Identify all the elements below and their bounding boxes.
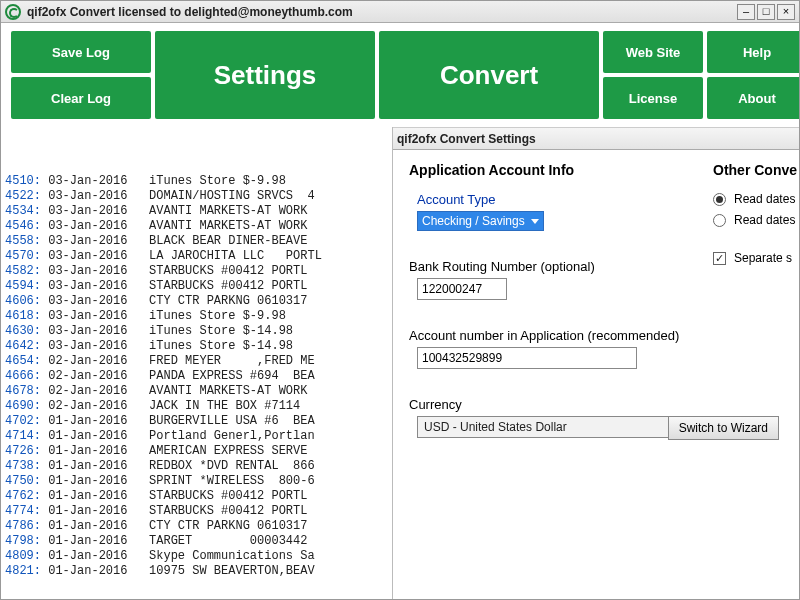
account-number-label: Account number in Application (recommend… (409, 328, 783, 343)
about-button[interactable]: About (707, 77, 800, 119)
log-line: 4546: 03-Jan-2016 AVANTI MARKETS-AT WORK (5, 219, 388, 234)
log-line: 4582: 03-Jan-2016 STARBUCKS #00412 PORTL (5, 264, 388, 279)
log-line: 4774: 01-Jan-2016 STARBUCKS #00412 PORTL (5, 504, 388, 519)
currency-label: Currency (409, 397, 783, 412)
log-line: 4750: 01-Jan-2016 SPRINT *WIRELESS 800-6 (5, 474, 388, 489)
log-line: 4798: 01-Jan-2016 TARGET 00003442 (5, 534, 388, 549)
license-button[interactable]: License (603, 77, 703, 119)
radio-icon (713, 214, 726, 227)
log-line: 4809: 01-Jan-2016 Skype Communications S… (5, 549, 388, 564)
log-line: 4762: 01-Jan-2016 STARBUCKS #00412 PORTL (5, 489, 388, 504)
close-button[interactable]: × (777, 4, 795, 20)
help-button[interactable]: Help (707, 31, 800, 73)
account-type-value: Checking / Savings (422, 214, 525, 228)
website-button[interactable]: Web Site (603, 31, 703, 73)
settings-button[interactable]: Settings (155, 31, 375, 119)
settings-panel-titlebar: qif2ofx Convert Settings (393, 128, 799, 150)
settings-panel: qif2ofx Convert Settings Application Acc… (393, 127, 799, 600)
checkbox-icon: ✓ (713, 252, 726, 265)
account-type-dropdown[interactable]: Checking / Savings (417, 211, 544, 231)
convert-button[interactable]: Convert (379, 31, 599, 119)
log-line: 4630: 03-Jan-2016 iTunes Store $-14.98 (5, 324, 388, 339)
switch-to-wizard-button[interactable]: Switch to Wizard (668, 416, 779, 440)
app-icon (5, 4, 21, 20)
window-title: qif2ofx Convert licensed to delighted@mo… (27, 5, 735, 19)
app-window: qif2ofx Convert licensed to delighted@mo… (0, 0, 800, 600)
other-column: Other Conve Read dates Read dates ✓ Sepa… (713, 162, 797, 272)
log-line: 4558: 03-Jan-2016 BLACK BEAR DINER-BEAVE (5, 234, 388, 249)
account-number-input[interactable] (417, 347, 637, 369)
titlebar: qif2ofx Convert licensed to delighted@mo… (1, 1, 799, 23)
log-line: 4726: 01-Jan-2016 AMERICAN EXPRESS SERVE (5, 444, 388, 459)
log-line: 4606: 03-Jan-2016 CTY CTR PARKNG 0610317 (5, 294, 388, 309)
toolbar: Save Log Clear Log Settings Convert Web … (1, 23, 799, 127)
log-line: 4702: 01-Jan-2016 BURGERVILLE USA #6 BEA (5, 414, 388, 429)
currency-value: USD - United States Dollar (418, 417, 698, 437)
log-line: 4666: 02-Jan-2016 PANDA EXPRESS #694 BEA (5, 369, 388, 384)
log-line: 4654: 02-Jan-2016 FRED MEYER ,FRED ME (5, 354, 388, 369)
chevron-down-icon (531, 219, 539, 224)
log-line: 4678: 02-Jan-2016 AVANTI MARKETS-AT WORK (5, 384, 388, 399)
other-heading: Other Conve (713, 162, 797, 178)
read-dates-radio-1[interactable]: Read dates (713, 192, 797, 206)
log-line: 4510: 03-Jan-2016 iTunes Store $-9.98 (5, 174, 388, 189)
log-line: 4522: 03-Jan-2016 DOMAIN/HOSTING SRVCS 4 (5, 189, 388, 204)
read-dates-radio-2[interactable]: Read dates (713, 213, 797, 227)
log-line: 4714: 01-Jan-2016 Portland Generl,Portla… (5, 429, 388, 444)
log-line: 4738: 01-Jan-2016 REDBOX *DVD RENTAL 866 (5, 459, 388, 474)
log-line: 4690: 02-Jan-2016 JACK IN THE BOX #7114 (5, 399, 388, 414)
routing-input[interactable] (417, 278, 507, 300)
log-line: 4618: 03-Jan-2016 iTunes Store $-9.98 (5, 309, 388, 324)
separate-checkbox[interactable]: ✓ Separate s (713, 251, 797, 265)
log-line: 4570: 03-Jan-2016 LA JAROCHITA LLC PORTL (5, 249, 388, 264)
log-line: 4594: 03-Jan-2016 STARBUCKS #00412 PORTL (5, 279, 388, 294)
minimize-button[interactable]: – (737, 4, 755, 20)
log-line: 4786: 01-Jan-2016 CTY CTR PARKNG 0610317 (5, 519, 388, 534)
log-line: 4534: 03-Jan-2016 AVANTI MARKETS-AT WORK (5, 204, 388, 219)
log-line: 4821: 01-Jan-2016 10975 SW BEAVERTON,BEA… (5, 564, 388, 579)
clear-log-button[interactable]: Clear Log (11, 77, 151, 119)
settings-body: Application Account Info Account Type Ch… (393, 150, 799, 450)
log-pane[interactable]: 4510: 03-Jan-2016 iTunes Store $-9.98452… (1, 127, 393, 600)
main-split: 4510: 03-Jan-2016 iTunes Store $-9.98452… (1, 127, 799, 600)
maximize-button[interactable]: □ (757, 4, 775, 20)
radio-icon (713, 193, 726, 206)
settings-panel-title: qif2ofx Convert Settings (397, 132, 536, 146)
log-line: 4642: 03-Jan-2016 iTunes Store $-14.98 (5, 339, 388, 354)
save-log-button[interactable]: Save Log (11, 31, 151, 73)
